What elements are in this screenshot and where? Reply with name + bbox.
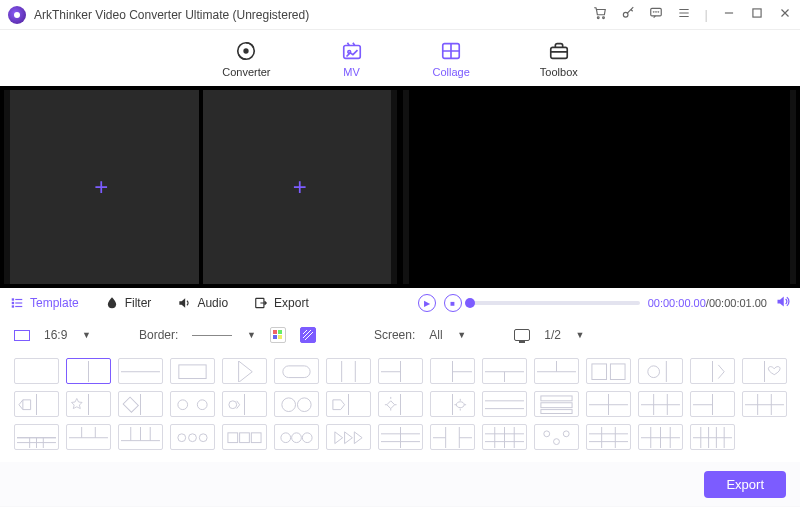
export-button[interactable]: Export: [704, 471, 786, 498]
cart-icon[interactable]: [593, 6, 607, 23]
template-item[interactable]: [378, 424, 423, 450]
menu-icon[interactable]: [677, 6, 691, 23]
template-item[interactable]: [222, 391, 267, 417]
tab-toolbox[interactable]: Toolbox: [540, 40, 578, 78]
svg-rect-10: [343, 46, 360, 59]
aspect-icon: [14, 330, 30, 341]
template-item[interactable]: [14, 424, 59, 450]
tab-template[interactable]: Template: [10, 296, 79, 310]
template-item[interactable]: [378, 358, 423, 384]
minimize-icon[interactable]: [722, 6, 736, 23]
svg-point-1: [602, 17, 604, 19]
template-item[interactable]: [742, 391, 787, 417]
svg-point-4: [653, 12, 654, 13]
svg-rect-38: [541, 410, 572, 414]
svg-rect-26: [283, 366, 310, 378]
app-title: ArkThinker Video Converter Ultimate (Unr…: [34, 8, 309, 22]
tab-audio[interactable]: Audio: [177, 296, 228, 310]
template-item[interactable]: [118, 424, 163, 450]
template-item[interactable]: [534, 391, 579, 417]
screen-label: Screen:: [374, 328, 415, 342]
template-item[interactable]: [482, 424, 527, 450]
border-style-dropdown[interactable]: ▼: [192, 328, 256, 342]
midbar-label: Filter: [125, 296, 152, 310]
svg-point-47: [302, 433, 312, 443]
svg-point-6: [658, 12, 659, 13]
template-item[interactable]: [430, 424, 475, 450]
page-dropdown[interactable]: 1/2 ▼: [544, 328, 584, 342]
template-item[interactable]: [14, 391, 59, 417]
svg-rect-25: [179, 365, 206, 379]
border-pattern-button[interactable]: [300, 327, 316, 343]
template-item[interactable]: [482, 391, 527, 417]
key-icon[interactable]: [621, 6, 635, 23]
template-item[interactable]: [66, 391, 111, 417]
time-current: 00:00:00.00: [648, 297, 706, 309]
template-item[interactable]: [274, 424, 319, 450]
svg-rect-23: [273, 335, 277, 339]
template-item[interactable]: [66, 424, 111, 450]
template-grid: [0, 352, 800, 462]
stop-button[interactable]: ■: [444, 294, 462, 312]
collage-slot-2[interactable]: +: [203, 90, 398, 284]
template-item[interactable]: [326, 358, 371, 384]
template-item[interactable]: [638, 358, 683, 384]
time-total: 00:00:01.00: [709, 297, 767, 309]
preview-slot-1: [403, 90, 598, 284]
template-item[interactable]: [482, 358, 527, 384]
svg-rect-15: [12, 302, 14, 304]
tab-filter[interactable]: Filter: [105, 296, 152, 310]
template-item[interactable]: [118, 391, 163, 417]
template-item[interactable]: [170, 424, 215, 450]
preview-slot-2: [602, 90, 797, 284]
feedback-icon[interactable]: [649, 6, 663, 23]
page-value: 1/2: [544, 328, 561, 342]
template-item[interactable]: [586, 358, 631, 384]
template-item[interactable]: [170, 358, 215, 384]
template-item[interactable]: [274, 358, 319, 384]
template-item[interactable]: [690, 358, 735, 384]
template-item[interactable]: [586, 391, 631, 417]
svg-point-46: [292, 433, 302, 443]
template-item[interactable]: [222, 424, 267, 450]
tab-collage[interactable]: Collage: [433, 40, 470, 78]
play-button[interactable]: ▶: [418, 294, 436, 312]
template-item[interactable]: [638, 391, 683, 417]
template-item[interactable]: [274, 391, 319, 417]
border-color-button[interactable]: [270, 327, 286, 343]
maximize-icon[interactable]: [750, 6, 764, 23]
svg-point-34: [282, 398, 296, 412]
template-item[interactable]: [690, 391, 735, 417]
template-item[interactable]: [742, 358, 787, 384]
close-icon[interactable]: [778, 6, 792, 23]
template-item[interactable]: [638, 424, 683, 450]
aspect-dropdown[interactable]: 16:9 ▼: [44, 328, 91, 342]
template-item[interactable]: [430, 391, 475, 417]
svg-point-0: [597, 17, 599, 19]
template-item[interactable]: [534, 358, 579, 384]
tab-mv[interactable]: MV: [341, 40, 363, 78]
template-item[interactable]: [690, 424, 735, 450]
template-item[interactable]: [326, 424, 371, 450]
template-item[interactable]: [222, 358, 267, 384]
template-item[interactable]: [118, 358, 163, 384]
tab-label: MV: [343, 66, 360, 78]
playback-slider[interactable]: [470, 301, 640, 305]
template-item[interactable]: [586, 424, 631, 450]
screen-dropdown[interactable]: All ▼: [429, 328, 466, 342]
template-item[interactable]: [326, 391, 371, 417]
template-item[interactable]: [66, 358, 111, 384]
tab-export[interactable]: Export: [254, 296, 309, 310]
svg-point-35: [297, 398, 311, 412]
template-item[interactable]: [170, 391, 215, 417]
border-label: Border:: [139, 328, 178, 342]
collage-slot-1[interactable]: +: [4, 90, 199, 284]
tab-converter[interactable]: Converter: [222, 40, 270, 78]
template-item[interactable]: [378, 391, 423, 417]
svg-point-50: [554, 439, 560, 445]
slider-thumb[interactable]: [465, 298, 475, 308]
template-item[interactable]: [534, 424, 579, 450]
volume-icon[interactable]: [775, 294, 790, 312]
template-item[interactable]: [430, 358, 475, 384]
template-item[interactable]: [14, 358, 59, 384]
